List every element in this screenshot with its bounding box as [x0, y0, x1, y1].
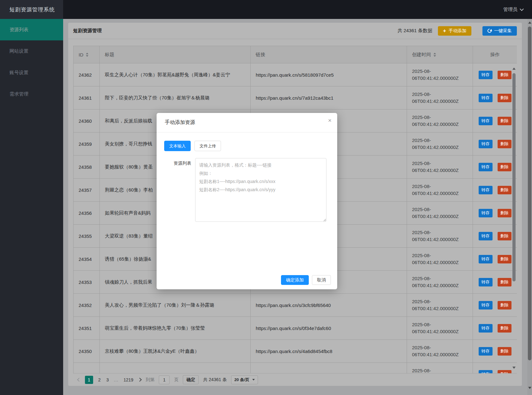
card-header: 短剧资源管理 共 24361 条数据 + 手动添加 一键采集 [68, 23, 522, 39]
total-count-label: 共 24361 条数据 [398, 28, 432, 34]
resource-list-label: 资源列表 [164, 158, 195, 222]
transfer-button[interactable]: 转存 [479, 301, 493, 310]
delete-button[interactable]: 删除 [498, 71, 511, 79]
cell-id [74, 363, 100, 374]
transfer-button[interactable]: 转存 [479, 255, 493, 263]
delete-button[interactable]: 删除 [498, 209, 511, 217]
sidebar-item-resource-list[interactable]: 资源列表 [0, 19, 63, 40]
cell-created: 2025-08-06T00:41:42.000000Z [407, 63, 473, 86]
caret-down-icon [252, 379, 255, 380]
confirm-add-button[interactable]: 确定添加 [281, 275, 309, 285]
cell-created: 2025-08-06T00:41:42.000000Z [407, 271, 473, 294]
arrow-up-icon[interactable] [528, 21, 531, 24]
column-header-title: 标题 [100, 46, 251, 63]
sidebar-item-label: 账号设置 [9, 70, 28, 76]
transfer-button[interactable]: 转存 [479, 186, 493, 194]
sidebar: 资源列表 网站设置 账号设置 需求管理 [0, 19, 63, 395]
goto-page-input[interactable] [159, 375, 170, 384]
sort-icon[interactable] [86, 53, 88, 57]
page-button-2[interactable]: 2 [98, 377, 101, 382]
cell-created: 2025-08-06T00:41:42.000000Z [407, 179, 473, 202]
cell-id: 24358 [74, 156, 100, 179]
cell-id: 24357 [74, 179, 100, 202]
page-button-3[interactable]: 3 [106, 377, 110, 382]
arrow-down-icon[interactable] [512, 367, 516, 369]
column-header-created: 创建时间 [407, 46, 473, 63]
cell-id: 24356 [74, 202, 100, 225]
transfer-button[interactable]: 转存 [479, 209, 493, 217]
delete-button[interactable]: 删除 [498, 117, 511, 125]
page-button-1[interactable]: 1 [85, 376, 93, 384]
table-scrollbar [512, 63, 516, 373]
window-scrollbar [527, 19, 532, 395]
cell-created: 2025-08-06T00:41:42.000000Z [407, 202, 473, 225]
manual-add-button[interactable]: + 手动添加 [438, 26, 471, 36]
cell-link: https://pan.quark.cn/s/4a6d8454fbc8 [251, 340, 407, 363]
delete-button[interactable]: 删除 [498, 324, 511, 333]
modal-header: 手动添加资源 [157, 113, 337, 133]
delete-button[interactable]: 删除 [498, 186, 511, 194]
cell-id: 24361 [74, 86, 100, 109]
delete-button[interactable]: 删除 [498, 163, 511, 171]
manual-add-modal: 手动添加资源 × 文本输入 文件上传 资源列表 确定添加 取消 [157, 113, 337, 289]
plus-icon: + [443, 28, 446, 33]
chevron-left-icon[interactable] [77, 378, 81, 382]
chevron-right-icon[interactable] [138, 378, 142, 382]
cell-created: 2025-08-06T00:41:42.000000Z [407, 248, 473, 271]
transfer-button[interactable]: 转存 [479, 347, 493, 356]
cell-title: 美人攻心，男频帝王沦陷了（70集）刘一隆＆孙露璐 [100, 294, 251, 317]
cell-id: 24352 [74, 294, 100, 317]
window-scrollbar-thumb[interactable] [528, 27, 531, 360]
sort-icon[interactable] [433, 53, 436, 57]
transfer-button[interactable]: 转存 [479, 370, 493, 374]
cell-title: 陛下，臣妾的刀又快了些（70集）崔旭宇＆杨晨璐 [100, 86, 251, 109]
table-header-row: ID 标题 链接 创建时间 操作 [74, 46, 517, 63]
close-icon[interactable]: × [328, 117, 332, 123]
sidebar-item-site-settings[interactable]: 网站设置 [0, 40, 63, 62]
sidebar-item-label: 网站设置 [9, 48, 28, 54]
tab-text-input[interactable]: 文本输入 [164, 141, 191, 151]
cell-link: https://pan.quark.cn/s/3cfc9bf65640 [251, 294, 407, 317]
arrow-down-icon[interactable] [528, 387, 531, 389]
arrow-up-icon[interactable] [512, 68, 516, 70]
transfer-button[interactable]: 转存 [479, 278, 493, 286]
table-scrollbar-thumb[interactable] [512, 73, 516, 281]
cell-id: 24359 [74, 133, 100, 156]
cell-created: 2025-08-06T00:41:42.000000Z [407, 156, 473, 179]
cell-link: https://pan.quark.cn/s/7a912ca43bc1 [251, 86, 407, 109]
one-click-collect-button[interactable]: 一键采集 [482, 26, 517, 36]
resource-list-textarea[interactable] [195, 158, 326, 222]
transfer-button[interactable]: 转存 [479, 163, 493, 171]
sidebar-item-demand-management[interactable]: 需求管理 [0, 83, 63, 105]
delete-button[interactable]: 删除 [498, 278, 511, 286]
cell-title: 萌宝重生后，带着妈咪惊艳九零（70集）张莹莹 [100, 317, 251, 340]
delete-button[interactable]: 删除 [498, 232, 511, 240]
page-unit-label: 页 [174, 377, 178, 383]
sidebar-item-account-settings[interactable]: 账号设置 [0, 62, 63, 83]
cancel-button[interactable]: 取消 [312, 275, 331, 285]
transfer-button[interactable]: 转存 [479, 324, 493, 333]
transfer-button[interactable]: 转存 [479, 94, 493, 102]
page-button-last[interactable]: 1219 [123, 377, 134, 382]
transfer-button[interactable]: 转存 [479, 71, 493, 79]
delete-button[interactable]: 删除 [498, 370, 511, 374]
transfer-button[interactable]: 转存 [479, 232, 493, 240]
goto-confirm-button[interactable]: 确定 [183, 375, 199, 384]
user-menu[interactable]: 管理员 [503, 7, 532, 13]
delete-button[interactable]: 删除 [498, 140, 511, 148]
delete-button[interactable]: 删除 [498, 301, 511, 310]
transfer-button[interactable]: 转存 [479, 140, 493, 148]
delete-button[interactable]: 删除 [498, 94, 511, 102]
sidebar-item-label: 需求管理 [9, 91, 28, 97]
page-size-select[interactable]: 20 条/页 [231, 375, 258, 384]
cell-link: https://pan.quark.cn/s/0f34e7dafc60 [251, 317, 407, 340]
pagination-total: 共 24361 条 [203, 377, 227, 383]
delete-button[interactable]: 删除 [498, 255, 511, 263]
cell-title [100, 363, 251, 374]
tab-file-upload[interactable]: 文件上传 [194, 141, 221, 151]
cell-created: 2025-08-06T00:41:42.000000Z [407, 109, 473, 133]
delete-button[interactable]: 删除 [498, 347, 511, 356]
cell-id: 24362 [74, 63, 100, 86]
app-root: 短剧资源管理系统 管理员 资源列表 网站设置 账号设置 需求管理 短剧资源管理 … [0, 0, 532, 395]
transfer-button[interactable]: 转存 [479, 117, 493, 125]
